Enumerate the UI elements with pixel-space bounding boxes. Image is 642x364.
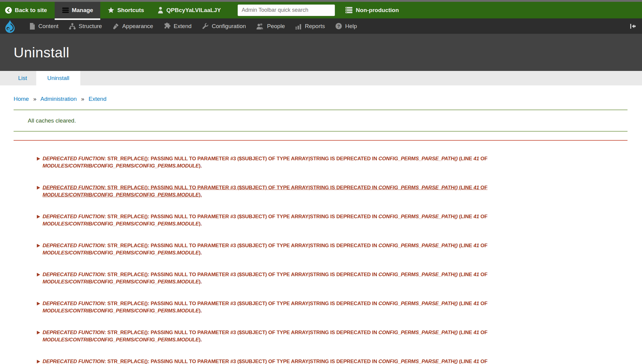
tab-list[interactable]: List: [9, 71, 36, 85]
breadcrumb-separator: »: [81, 96, 84, 102]
drupal-logo-icon: [4, 20, 16, 34]
warning-bullet-icon: [37, 331, 40, 334]
menu-item-configuration[interactable]: Configuration: [197, 18, 251, 34]
shortcuts-tab[interactable]: Shortcuts: [106, 2, 146, 18]
tab-uninstall[interactable]: Uninstall: [36, 71, 81, 85]
warning-message: DEPRECATED FUNCTION: STR_REPLACE(): PASS…: [37, 155, 628, 170]
menu-item-label: Configuration: [212, 23, 246, 30]
warning-text: DEPRECATED FUNCTION: STR_REPLACE(): PASS…: [43, 359, 487, 364]
status-message: All caches cleared.: [14, 110, 628, 132]
server-stack-icon: [345, 7, 353, 14]
warnings-list: DEPRECATED FUNCTION: STR_REPLACE(): PASS…: [37, 155, 628, 364]
warning-message: DEPRECATED FUNCTION: STR_REPLACE(): PASS…: [37, 329, 628, 343]
username-label: QPBcyYaLVILaaLJY: [166, 7, 221, 14]
warning-message: DEPRECATED FUNCTION: STR_REPLACE(): PASS…: [37, 242, 628, 257]
breadcrumb-home-link[interactable]: Home: [14, 96, 29, 102]
warning-text: DEPRECATED FUNCTION: STR_REPLACE(): PASS…: [43, 214, 487, 227]
warning-bullet-icon: [37, 157, 40, 161]
collapse-left-icon: [629, 23, 637, 30]
menu-item-label: Structure: [79, 23, 102, 30]
breadcrumb-separator: »: [33, 96, 37, 102]
svg-text:?: ?: [337, 24, 340, 29]
back-circle-icon: [5, 7, 12, 14]
menu-item-help[interactable]: ? Help: [330, 18, 362, 34]
menu-item-label: Help: [345, 23, 357, 30]
hamburger-icon: [62, 7, 69, 13]
breadcrumb-administration-link[interactable]: Administration: [40, 96, 77, 102]
warning-text: DEPRECATED FUNCTION: STR_REPLACE(): PASS…: [43, 330, 487, 343]
breadcrumb-extend-link[interactable]: Extend: [88, 96, 106, 102]
warning-message: DEPRECATED FUNCTION: STR_REPLACE(): PASS…: [37, 271, 628, 286]
warning-message: DEPRECATED FUNCTION: STR_REPLACE(): PASS…: [37, 184, 628, 199]
menu-item-people[interactable]: People: [251, 18, 290, 34]
primary-tabs: List Uninstall: [0, 71, 642, 85]
manage-tab[interactable]: Manage: [55, 2, 101, 18]
environment-indicator[interactable]: Non-production: [345, 2, 399, 18]
user-account-tab[interactable]: QPBcyYaLVILaaLJY: [156, 2, 223, 18]
warning-message: DEPRECATED FUNCTION: STR_REPLACE(): PASS…: [37, 213, 628, 228]
user-icon: [157, 7, 164, 14]
paintbrush-icon: [112, 23, 119, 30]
sitemap-icon: [69, 23, 76, 30]
environment-label: Non-production: [356, 7, 399, 14]
admin-menu-bar: Content Structure Appearance Extend Conf…: [0, 18, 642, 34]
menu-item-label: Extend: [174, 23, 191, 30]
shortcuts-label: Shortcuts: [117, 7, 144, 14]
menu-item-content[interactable]: Content: [24, 18, 64, 34]
manage-active-underline: [55, 18, 101, 20]
warning-message: DEPRECATED FUNCTION: STR_REPLACE(): PASS…: [37, 358, 628, 364]
admin-toolbar: Back to site Manage Shortcuts QPBcyYaLVI…: [0, 2, 642, 18]
warning-bullet-icon: [37, 302, 40, 305]
manage-label: Manage: [72, 7, 93, 14]
bar-chart-icon: [295, 23, 302, 30]
people-icon: [256, 23, 264, 30]
main-content: Home » Administration » Extend All cache…: [0, 95, 642, 364]
warning-bullet-icon: [37, 244, 40, 247]
warning-message: DEPRECATED FUNCTION: STR_REPLACE(): PASS…: [37, 300, 628, 315]
warning-text: DEPRECATED FUNCTION: STR_REPLACE(): PASS…: [43, 156, 487, 169]
menu-item-label: Reports: [305, 23, 325, 30]
back-to-site-link[interactable]: Back to site: [5, 2, 47, 18]
status-message-text: All caches cleared.: [28, 117, 628, 124]
page-title: Uninstall: [14, 44, 69, 61]
warning-text: DEPRECATED FUNCTION: STR_REPLACE(): PASS…: [43, 272, 487, 285]
warning-bullet-icon: [37, 186, 40, 190]
page-header: Uninstall: [0, 34, 642, 71]
warning-bullet-icon: [37, 273, 40, 276]
menu-item-appearance[interactable]: Appearance: [107, 18, 158, 34]
warning-text: DEPRECATED FUNCTION: STR_REPLACE(): PASS…: [43, 185, 487, 198]
warning-bullet-icon: [37, 215, 40, 219]
menu-item-label: Appearance: [122, 23, 153, 30]
puzzle-icon: [163, 23, 171, 30]
menu-item-reports[interactable]: Reports: [290, 18, 330, 34]
back-to-site-label: Back to site: [15, 7, 47, 14]
toolbar-search: [238, 2, 335, 18]
menu-item-extend[interactable]: Extend: [158, 18, 197, 34]
star-icon: [108, 7, 114, 14]
document-icon: [29, 23, 35, 30]
menu-item-label: Content: [38, 23, 59, 30]
menu-item-structure[interactable]: Structure: [64, 18, 107, 34]
deprecation-messages: DEPRECATED FUNCTION: STR_REPLACE(): PASS…: [14, 140, 628, 364]
warning-text: DEPRECATED FUNCTION: STR_REPLACE(): PASS…: [43, 301, 487, 314]
wrench-icon: [202, 23, 209, 30]
admin-search-input[interactable]: [238, 5, 335, 16]
toolbar-collapse-button[interactable]: [629, 23, 637, 30]
menu-item-label: People: [267, 23, 285, 30]
breadcrumb: Home » Administration » Extend: [14, 95, 628, 103]
question-icon: ?: [335, 23, 342, 30]
warning-text: DEPRECATED FUNCTION: STR_REPLACE(): PASS…: [43, 243, 487, 256]
warning-bullet-icon: [37, 360, 40, 363]
